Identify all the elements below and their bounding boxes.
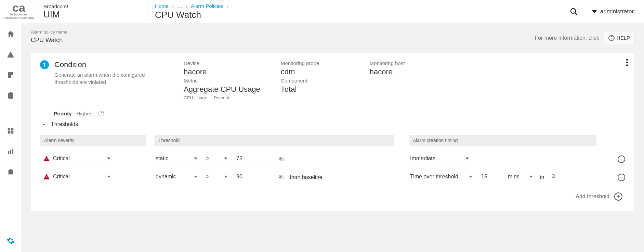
- priority-value: Highest: [77, 111, 94, 116]
- add-threshold-row: Add threshold +: [40, 192, 625, 201]
- timing-mode-select[interactable]: Immediate: [409, 154, 470, 164]
- col-severity: Alarm severity: [40, 135, 146, 146]
- critical-icon: [43, 156, 50, 161]
- top-bar: ca technologiesA Broadcom Company Broadc…: [0, 0, 644, 23]
- probe-component-col: Monitoring probe cdm Component Total: [281, 60, 349, 94]
- top-right: administrator: [569, 0, 634, 23]
- caret-down-icon: [194, 176, 197, 178]
- timing-count-input[interactable]: [550, 172, 571, 182]
- breadcrumb-dots: …: [177, 3, 182, 9]
- caret-down-icon: [529, 176, 533, 178]
- nav-separator: [0, 113, 21, 113]
- svg-rect-11: [10, 150, 11, 154]
- report-icon[interactable]: [6, 167, 15, 176]
- caret-down-icon: [107, 158, 110, 160]
- remove-row-button[interactable]: −: [618, 155, 625, 163]
- threshold-unit: %: [279, 156, 284, 162]
- condition-card: 1 Condition Generate an alarm when the c…: [31, 52, 634, 211]
- breadcrumb-home[interactable]: Home: [155, 3, 169, 9]
- timing-mode-select[interactable]: Time over threshold: [409, 172, 474, 182]
- alert-icon[interactable]: [6, 50, 15, 59]
- metric-label: Metric: [184, 78, 260, 84]
- add-threshold-button[interactable]: +: [614, 192, 622, 201]
- device-value: hacore: [184, 67, 260, 76]
- home-icon[interactable]: [6, 29, 15, 38]
- help-button[interactable]: ? HELP: [604, 32, 634, 44]
- book-icon[interactable]: [6, 71, 15, 79]
- timing-in-label: in: [540, 174, 544, 180]
- thresholds-toggle[interactable]: Thresholds: [41, 121, 625, 127]
- svg-point-0: [571, 9, 576, 13]
- threshold-suffix: than baseline: [290, 174, 322, 180]
- breadcrumb-sep-icon: ›: [186, 3, 188, 9]
- severity-select[interactable]: Critical: [43, 172, 111, 182]
- user-menu[interactable]: administrator: [592, 8, 634, 15]
- svg-rect-6: [8, 128, 10, 130]
- timing-value-input[interactable]: [480, 172, 500, 182]
- caret-down-icon: [107, 176, 110, 178]
- timing-unit-select[interactable]: mins: [507, 172, 534, 182]
- row-actions: −: [605, 164, 625, 182]
- threshold-op-select[interactable]: >: [205, 172, 229, 182]
- caret-down-icon: [465, 158, 469, 160]
- severity-select[interactable]: Critical: [43, 154, 111, 164]
- help-label: HELP: [617, 35, 630, 41]
- threshold-type-select[interactable]: dynamic: [154, 172, 199, 182]
- priority-row: Priority Highest ?: [54, 111, 625, 116]
- svg-rect-13: [8, 170, 13, 175]
- help-row: For more information, click ? HELP: [535, 32, 634, 44]
- chart-icon[interactable]: [6, 147, 15, 156]
- remove-row-button[interactable]: −: [618, 174, 625, 181]
- kebab-menu-icon[interactable]: [626, 59, 628, 66]
- condition-summary: 1 Condition Generate an alarm when the c…: [40, 60, 625, 100]
- svg-rect-9: [11, 131, 13, 134]
- policy-name-field: Alarm policy name: [31, 29, 133, 46]
- content-toolbar: Alarm policy name For more information, …: [21, 23, 644, 52]
- table-row: Critical: [40, 164, 146, 182]
- device-metric-col: Device hacore Metric Aggregate CPU Usage…: [184, 60, 260, 100]
- dashboard-icon[interactable]: [6, 126, 15, 135]
- caret-down-icon: [194, 158, 197, 160]
- condition-left: 1 Condition Generate an alarm when the c…: [40, 60, 163, 86]
- left-nav: [0, 23, 21, 252]
- threshold-value-input[interactable]: [235, 154, 273, 164]
- gear-icon[interactable]: [6, 236, 15, 245]
- threshold-type-select[interactable]: static: [154, 154, 199, 164]
- host-label: Monitoring host: [370, 60, 438, 66]
- row-actions: −: [605, 146, 625, 164]
- critical-icon: [43, 174, 50, 179]
- help-icon: ?: [608, 35, 615, 41]
- breadcrumb-policies[interactable]: Alarm Policies: [191, 3, 223, 9]
- clipboard-icon[interactable]: [6, 91, 15, 100]
- breadcrumb-sep-icon: ›: [227, 3, 228, 9]
- breadcrumb-sep-icon: ›: [172, 3, 174, 9]
- policy-name-input[interactable]: [31, 36, 133, 46]
- col-threshold: Threshold: [154, 135, 394, 146]
- severity-value: Critical: [53, 155, 70, 162]
- chevron-down-icon: [41, 122, 46, 127]
- svg-line-1: [575, 13, 577, 15]
- svg-rect-8: [8, 131, 10, 134]
- svg-rect-14: [10, 169, 12, 171]
- svg-rect-4: [8, 93, 13, 99]
- metric-value: Aggregate CPU Usage: [184, 85, 260, 94]
- search-icon[interactable]: [569, 7, 578, 16]
- host-col: Monitoring host hacore: [370, 60, 438, 76]
- thresholds-grid: Alarm severity Threshold Alarm creation …: [40, 135, 625, 201]
- svg-rect-5: [10, 92, 12, 93]
- threshold-cell: static > %: [154, 146, 394, 164]
- condition-title: Condition: [54, 60, 163, 69]
- svg-rect-10: [8, 151, 9, 154]
- condition-desc: Generate an alarm when the configured th…: [54, 71, 163, 86]
- caret-down-icon: [224, 176, 227, 178]
- component-label: Component: [281, 78, 349, 84]
- timing-cell: Immediate: [409, 146, 596, 164]
- info-text: For more information, click: [535, 35, 599, 41]
- threshold-op-select[interactable]: >: [205, 154, 229, 164]
- threshold-value-input[interactable]: [235, 172, 273, 182]
- priority-help-icon[interactable]: ?: [98, 111, 104, 116]
- priority-label: Priority: [54, 111, 72, 116]
- add-threshold-label: Add threshold: [576, 193, 609, 200]
- logo-sub-text: technologiesA Broadcom Company: [3, 13, 34, 20]
- svg-rect-3: [11, 75, 13, 78]
